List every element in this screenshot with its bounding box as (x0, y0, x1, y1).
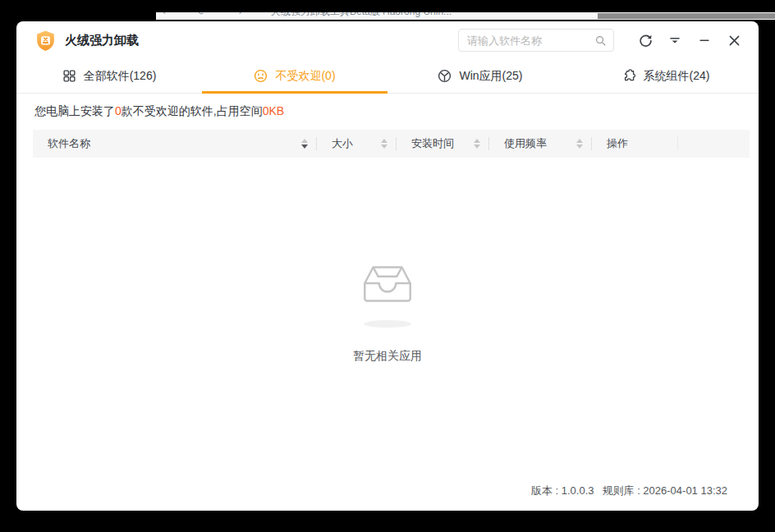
search-input[interactable] (467, 34, 594, 47)
refresh-button[interactable] (631, 25, 660, 55)
empty-inbox-icon (355, 263, 420, 304)
sort-icon[interactable] (474, 139, 480, 149)
search-box[interactable] (458, 29, 614, 52)
summary-size: 0KB (263, 104, 284, 117)
minimize-icon (698, 34, 711, 47)
summary-line: 您电脑上安装了0款不受欢迎的软件,占用空间0KB (16, 94, 759, 128)
column-header-name[interactable]: 软件名称 (33, 130, 316, 158)
tab-label: 系统组件(24) (644, 69, 710, 84)
grid-icon (62, 69, 76, 83)
close-button[interactable] (719, 25, 749, 55)
footer-info: 版本 : 1.0.0.3 规则库 : 2026-04-01 13:32 (531, 484, 727, 498)
tab-all-software[interactable]: 全部软件(126) (16, 59, 202, 93)
tab-label: 全部软件(126) (84, 69, 157, 84)
background-window-toolbar-icons: ‹ ⟳ › (163, 12, 257, 17)
version-text: 版本 : 1.0.0.3 (531, 484, 594, 498)
main-menu-icon (668, 34, 681, 47)
background-window-tab-area (598, 13, 775, 19)
empty-state-message: 暂无相关应用 (353, 349, 422, 364)
empty-state: 暂无相关应用 (16, 263, 759, 364)
app-window: 火绒强力卸载 (16, 21, 759, 511)
titlebar: 火绒强力卸载 (16, 21, 759, 59)
empty-icon-shadow (364, 320, 411, 328)
column-header-size[interactable]: 大小 (317, 130, 396, 158)
puzzle-icon (622, 69, 636, 83)
win-app-icon (438, 69, 452, 83)
refresh-icon (639, 34, 653, 48)
tab-unwelcome[interactable]: 不受欢迎(0) (202, 59, 388, 93)
table-body: 暂无相关应用 (16, 158, 759, 511)
column-header-usage-frequency[interactable]: 使用频率 (489, 130, 591, 158)
table-header: 软件名称 大小 安装时间 使用频率 (33, 130, 750, 158)
summary-prefix: 您电脑上安装了 (34, 104, 115, 117)
tab-label: 不受欢迎(0) (275, 69, 335, 84)
minimize-button[interactable] (690, 25, 719, 55)
app-logo-icon (34, 30, 57, 52)
tab-system-components[interactable]: 系统组件(24) (573, 59, 759, 93)
sort-icon[interactable] (381, 139, 388, 149)
summary-middle: 款不受欢迎的软件,占用空间 (122, 104, 263, 117)
column-header-action: 操作 (592, 130, 677, 158)
search-icon[interactable] (594, 34, 607, 47)
column-header-install-time[interactable]: 安装时间 (397, 130, 488, 158)
column-divider (677, 137, 678, 150)
tab-label: Win应用(25) (459, 69, 522, 84)
app-title: 火绒强力卸载 (65, 33, 139, 48)
tab-win-apps[interactable]: Win应用(25) (388, 59, 573, 93)
sort-icon[interactable] (301, 139, 308, 149)
tab-bar: 全部软件(126) 不受欢迎(0) Win应用(25) 系统组件(24) (16, 59, 759, 94)
summary-count: 0 (115, 104, 122, 117)
background-window-title: 火绒强力卸载工具Beta版 Haorong Unin... (271, 12, 452, 19)
sad-face-icon (254, 69, 268, 83)
sort-icon[interactable] (576, 139, 583, 149)
rulebase-text: 规则库 : 2026-04-01 13:32 (603, 484, 727, 498)
main-menu-button[interactable] (660, 25, 690, 55)
close-icon (727, 34, 741, 48)
